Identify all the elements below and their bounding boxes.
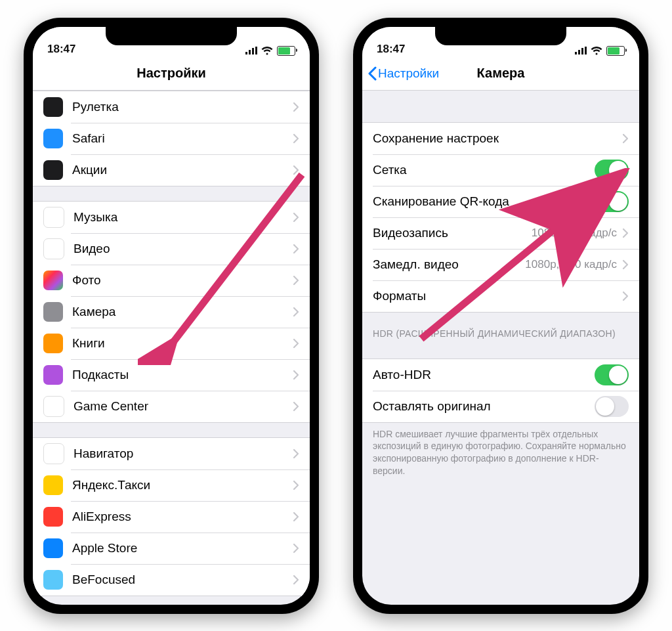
row-label: Камера: [72, 305, 293, 319]
chevron-right-icon: [293, 338, 299, 349]
settings-row-сохранение-настроек[interactable]: Сохранение настроек: [362, 123, 639, 154]
row-label: Сканирование QR-кода: [373, 194, 595, 209]
nav-bar: Настройки Камера: [362, 57, 639, 91]
toggle-switch[interactable]: [595, 396, 629, 417]
chevron-right-icon: [622, 259, 629, 270]
row-label: Замедл. видео: [373, 257, 525, 272]
wifi-icon: [261, 47, 273, 55]
svg-rect-2: [252, 48, 254, 54]
video-icon: [43, 238, 64, 259]
svg-rect-0: [245, 52, 247, 54]
back-label: Настройки: [378, 66, 439, 81]
row-label: Акции: [72, 163, 293, 177]
page-title: Камера: [477, 66, 525, 81]
stocks-icon: [43, 160, 63, 180]
row-label: Фото: [72, 273, 293, 288]
row-label: Форматы: [373, 289, 622, 303]
svg-rect-7: [581, 48, 583, 54]
settings-row-музыка[interactable]: Музыка: [33, 202, 310, 233]
svg-rect-6: [578, 50, 580, 54]
row-label: Сохранение настроек: [373, 131, 622, 146]
aliexpress-icon: [43, 507, 63, 527]
row-label: Яндекс.Такси: [72, 478, 293, 492]
cellular-signal-icon: [245, 47, 257, 54]
notch: [106, 27, 237, 45]
section-footer-hdr: HDR смешивает лучшие фрагменты трёх отде…: [362, 423, 639, 478]
row-label: Apple Store: [72, 541, 293, 555]
row-label: Авто-HDR: [373, 368, 595, 382]
status-time: 18:47: [377, 43, 405, 56]
settings-row-game-center[interactable]: Game Center: [33, 391, 310, 422]
row-label: Safari: [72, 131, 293, 146]
settings-row-видеозапись[interactable]: Видеозапись1080p, 30 кадр/с: [362, 217, 639, 249]
row-value: 1080p, 30 кадр/с: [532, 227, 617, 240]
settings-row-befocused[interactable]: BeFocused: [33, 564, 310, 596]
settings-row-подкасты[interactable]: Подкасты: [33, 359, 310, 391]
chevron-right-icon: [622, 228, 629, 238]
settings-row-aliexpress[interactable]: AliExpress: [33, 501, 310, 533]
chevron-right-icon: [293, 401, 299, 412]
chevron-right-icon: [293, 480, 299, 490]
svg-rect-1: [249, 50, 251, 54]
chevron-right-icon: [622, 291, 629, 301]
wifi-icon: [591, 47, 602, 55]
navigator-icon: [43, 443, 64, 464]
back-button[interactable]: Настройки: [368, 57, 439, 90]
ruler-icon: [43, 97, 63, 117]
row-label: BeFocused: [72, 573, 293, 587]
settings-row-видео[interactable]: Видео: [33, 233, 310, 265]
podcasts-icon: [43, 365, 63, 385]
settings-row-замедл-видео[interactable]: Замедл. видео1080p, 240 кадр/с: [362, 249, 639, 280]
chevron-right-icon: [293, 102, 299, 112]
settings-row-камера[interactable]: Камера: [33, 296, 310, 328]
photos-icon: [43, 271, 63, 290]
settings-row-apple-store[interactable]: Apple Store: [33, 533, 310, 564]
settings-row-книги[interactable]: Книги: [33, 328, 310, 359]
befocused-icon: [43, 570, 63, 590]
row-label: Видео: [74, 242, 293, 256]
toggle-switch[interactable]: [595, 364, 629, 385]
camera-settings-list: Сохранение настроекСеткаСканирование QR-…: [362, 91, 639, 478]
settings-row-оставлять-оригинал: Оставлять оригинал: [362, 391, 639, 422]
camera-icon: [43, 302, 63, 322]
row-label: Подкасты: [72, 368, 293, 382]
safari-icon: [43, 129, 63, 148]
chevron-right-icon: [293, 275, 299, 286]
battery-icon: [277, 46, 295, 56]
settings-row-сканирование-qr-кода: Сканирование QR-кода: [362, 186, 639, 217]
toggle-switch[interactable]: [595, 191, 629, 212]
settings-row-акции[interactable]: Акции: [33, 154, 310, 186]
status-time: 18:47: [47, 43, 75, 56]
section-header-hdr: HDR (РАСШИРЕННЫЙ ДИНАМИЧЕСКИЙ ДИАПАЗОН): [362, 313, 639, 344]
phone-right: 18:47 Настройки Камера: [353, 18, 648, 614]
settings-row-рулетка[interactable]: Рулетка: [33, 91, 310, 123]
chevron-right-icon: [293, 575, 299, 585]
settings-row-фото[interactable]: Фото: [33, 265, 310, 296]
settings-row-навигатор[interactable]: Навигатор: [33, 438, 310, 469]
chevron-right-icon: [293, 133, 299, 144]
chevron-right-icon: [293, 212, 299, 223]
toggle-switch[interactable]: [595, 160, 629, 181]
yandextaxi-icon: [43, 475, 63, 495]
row-label: Сетка: [373, 163, 595, 177]
chevron-right-icon: [293, 448, 299, 459]
settings-row-яндекс-такси[interactable]: Яндекс.Такси: [33, 469, 310, 501]
books-icon: [43, 334, 63, 353]
row-label: Видеозапись: [373, 226, 532, 240]
applestore-icon: [43, 538, 63, 558]
page-title: Настройки: [136, 66, 206, 81]
chevron-right-icon: [293, 307, 299, 317]
row-label: AliExpress: [72, 510, 293, 524]
chevron-right-icon: [293, 543, 299, 554]
row-label: Музыка: [74, 210, 293, 225]
row-label: Рулетка: [72, 100, 293, 114]
row-value: 1080p, 240 кадр/с: [525, 258, 617, 271]
cellular-signal-icon: [575, 47, 587, 54]
settings-row-форматы[interactable]: Форматы: [362, 280, 639, 312]
svg-rect-3: [255, 47, 257, 54]
settings-row-safari[interactable]: Safari: [33, 123, 310, 154]
music-icon: [43, 207, 64, 228]
chevron-right-icon: [293, 244, 299, 254]
settings-row-авто-hdr: Авто-HDR: [362, 359, 639, 391]
svg-rect-5: [575, 52, 577, 54]
